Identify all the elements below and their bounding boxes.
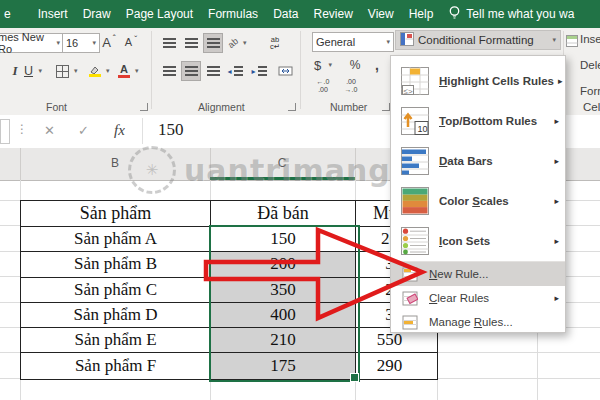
cell[interactable]: Sản phẩm E [21,328,211,353]
orientation-button[interactable]: ab▾ [228,34,247,52]
tab-home-partial[interactable]: e [4,7,11,21]
underline-button[interactable]: U▾ [24,62,42,80]
middle-align-button[interactable] [182,34,200,52]
tab-formulas[interactable]: Formulas [208,7,258,21]
name-box[interactable] [0,119,10,144]
menu-item-data-bars[interactable]: Data Bars▸ [391,141,565,181]
tab-insert[interactable]: Insert [38,7,68,21]
submenu-arrow-icon: ▸ [550,156,559,166]
conditional-formatting-button[interactable]: Conditional Formatting ▾ [395,30,561,50]
increase-indent-button[interactable]: ▸ [250,62,268,80]
font-dialog-launcher[interactable] [140,103,148,111]
table-header-cell[interactable]: Đã bán [211,201,356,227]
insert-button[interactable]: Inse [580,33,600,45]
decrease-decimal-button[interactable]: .00 →.0 [340,78,362,95]
accounting-format-button[interactable]: $▾ [314,56,332,74]
table-row: Sản phẩm F175290 [21,353,437,378]
cell[interactable]: Sản phẩm F [21,353,211,378]
insert-function-button[interactable]: fx [114,122,125,139]
menu-item-label: Manage Rules... [429,316,513,328]
tab-draw[interactable]: Draw [83,7,111,21]
borders-button[interactable]: ▾ [56,62,78,80]
menu-item-icon-sets[interactable]: Icon Sets▸ [391,221,565,261]
chevron-down-icon: ▾ [53,39,60,47]
middle-align-icon [185,38,198,48]
menu-item-top-bottom-rules[interactable]: 10Top/Bottom Rules▸ [391,101,565,141]
data-table: Sản phẩmĐã bánMụcSản phẩm A15020Sản phẩm… [20,200,438,380]
menu-item-new-rule[interactable]: New Rule... [391,261,565,286]
enter-button[interactable]: ✓ [78,123,89,138]
align-right-button[interactable] [204,62,222,80]
font-name-select[interactable]: mes New Ro ▾ [0,33,64,53]
cell[interactable]: 400 [211,303,356,328]
number-dialog-launcher[interactable] [382,103,390,111]
menu-item-highlight-cells-rules[interactable]: ≤>Highlight Cells Rules▸ [391,61,565,101]
submenu-arrow-icon: ▸ [550,236,559,246]
table-row: Sản phẩm B2003 [21,252,437,277]
cell[interactable]: 210 [211,328,356,353]
column-header-b[interactable]: B [105,156,125,170]
grow-font-button[interactable]: Aˆ [100,33,118,51]
center-button[interactable] [182,62,200,80]
menu-item-label: Highlight Cells Rules [439,75,554,87]
fill-color-button[interactable]: ▾ [88,62,110,80]
font-size-select[interactable]: 16 ▾ [62,33,100,53]
menu-item-label: New Rule... [429,268,488,280]
icon-sets-icon [399,226,431,256]
align-left-button[interactable] [160,62,178,80]
bottom-align-button[interactable] [204,34,222,52]
cell[interactable]: 150 [211,227,356,252]
submenu-arrow-icon: ▸ [550,196,559,206]
tell-me-label: Tell me what you wa [466,7,574,21]
alignment-dialog-launcher[interactable] [288,103,296,111]
tell-me-box[interactable]: Tell me what you wa [448,5,574,23]
comma-style-button[interactable]: , [368,56,386,74]
cell[interactable]: 350 [211,278,356,303]
insert-cells-icon [566,33,578,51]
cell[interactable]: Sản phẩm D [21,303,211,328]
tab-data[interactable]: Data [273,7,298,21]
number-format-select[interactable]: General ▾ [312,32,394,52]
cell[interactable]: 290 [356,353,437,378]
color-scales-icon [399,186,431,216]
menu-item-label: Data Bars [439,155,493,167]
menu-item-label: Color Scales [439,195,509,207]
tab-help[interactable]: Help [409,7,434,21]
cell[interactable]: 175 [211,353,356,378]
format-button[interactable]: Forr [580,85,600,97]
italic-button[interactable]: I [6,62,24,80]
cancel-button[interactable]: ✕ [44,123,55,138]
menu-items: ≤>Highlight Cells Rules▸10Top/Bottom Rul… [391,61,565,334]
table-header-cell[interactable]: Sản phẩm [21,201,211,227]
merge-center-button[interactable] [276,62,294,80]
tab-review[interactable]: Review [313,7,352,21]
font-name-value: mes New Ro [0,31,53,55]
drag-dots-icon: ⋮ [16,122,28,136]
alignment-group-label: Alignment [198,101,245,113]
cell[interactable]: Sản phẩm A [21,227,211,252]
tab-view[interactable]: View [368,7,394,21]
delete-button[interactable]: Dele [580,59,600,71]
percent-style-button[interactable]: % [346,56,364,74]
submenu-arrow-icon: ▸ [550,116,559,126]
tab-page-layout[interactable]: Page Layout [126,7,193,21]
wrap-text-button[interactable]: abc↵ [266,34,284,52]
menu-item-color-scales[interactable]: Color Scales▸ [391,181,565,221]
align-right-icon [207,66,220,76]
submenu-arrow-icon: ▸ [550,293,559,303]
menu-item-clear-rules[interactable]: Clear Rules▸ [391,286,565,310]
cell[interactable]: Sản phẩm C [21,278,211,303]
decrease-indent-button[interactable]: ◂ [226,62,244,80]
font-color-button[interactable]: A ▾ [118,62,139,80]
increase-decimal-button[interactable]: ←.0 .00 [312,78,334,95]
shrink-font-button[interactable]: Aˇ [122,33,140,51]
menu-item-manage-rules[interactable]: Manage Rules... [391,310,565,334]
formula-input[interactable]: 150 [158,120,184,140]
top-align-icon [163,38,176,48]
cell[interactable]: Sản phẩm B [21,252,211,277]
conditional-formatting-label: Conditional Formatting [418,34,534,46]
top-align-button[interactable] [160,34,178,52]
column-header-c[interactable]: C [272,156,292,170]
fill-handle[interactable] [350,373,359,382]
cell[interactable]: 200 [211,252,356,277]
